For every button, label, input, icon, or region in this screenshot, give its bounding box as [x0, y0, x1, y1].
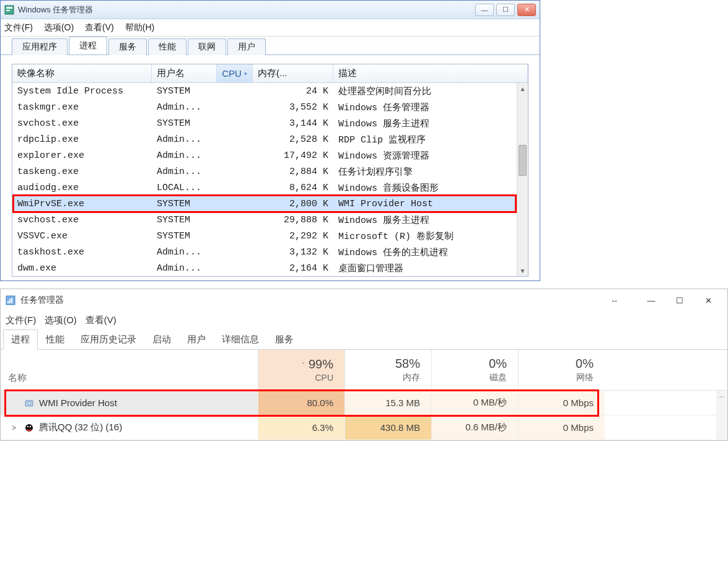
cell-image-name: taskhost.exe — [12, 247, 152, 258]
tab-进程[interactable]: 进程 — [69, 37, 107, 54]
tab-strip: 应用程序进程服务性能联网用户 — [1, 37, 540, 55]
process-row[interactable]: svchost.exeSYSTEM29,888 KWindows 服务主进程 — [12, 212, 528, 228]
listview-rows: System Idle ProcessSYSTEM24 K处理器空闲时间百分比t… — [12, 83, 528, 276]
tab-应用历史记录[interactable]: 应用历史记录 — [72, 329, 144, 350]
process-row[interactable]: svchost.exeSYSTEM3,144 KWindows 服务主进程 — [12, 115, 528, 131]
column-memory[interactable]: 内存(... — [253, 64, 333, 82]
cell-memory: 8,624 K — [253, 183, 333, 193]
resize-icon: ↔ — [610, 296, 618, 305]
titlebar[interactable]: Windows 任务管理器 — ☐ ✕ — [1, 1, 540, 19]
minimize-button[interactable]: — — [475, 4, 494, 16]
close-button[interactable]: ✕ — [694, 291, 722, 310]
cell-description: Windows 资源管理器 — [333, 150, 528, 162]
process-row[interactable]: audiodg.exeLOCAL...8,624 KWindows 音频设备图形 — [12, 180, 528, 196]
tab-用户[interactable]: 用户 — [179, 329, 214, 350]
column-network[interactable]: 0% 网络 — [518, 350, 605, 390]
cell-disk: 0 MB/秒 — [431, 391, 518, 415]
tab-性能[interactable]: 性能 — [148, 38, 186, 55]
titlebar[interactable]: 任务管理器 ↔ — ☐ ✕ — [1, 289, 727, 311]
process-row[interactable]: taskhost.exeAdmin...3,132 KWindows 任务的主机… — [12, 244, 528, 260]
column-user[interactable]: 用户名 — [152, 64, 217, 82]
cell-user: Admin... — [152, 263, 217, 274]
column-cpu[interactable]: ˅99% CPU — [258, 350, 344, 390]
cell-memory: 2,164 K — [253, 263, 333, 274]
cell-image-name: dwm.exe — [12, 263, 152, 274]
svg-rect-1 — [6, 7, 12, 9]
vertical-scrollbar[interactable]: ▲ ▼ — [517, 83, 528, 276]
menu-options[interactable]: 选项(O) — [45, 315, 77, 326]
process-row[interactable]: dwm.exeAdmin...2,164 K桌面窗口管理器 — [12, 260, 528, 276]
column-memory[interactable]: 58% 内存 — [344, 350, 431, 390]
tab-应用程序[interactable]: 应用程序 — [12, 38, 68, 55]
sort-chevron-icon: ˅ — [302, 362, 305, 368]
close-button[interactable]: ✕ — [517, 4, 536, 16]
cell-memory: 29,888 K — [253, 215, 333, 225]
scroll-thumb[interactable] — [519, 145, 527, 176]
svg-rect-5 — [9, 299, 11, 303]
process-row[interactable]: taskmgr.exeAdmin...3,552 KWindows 任务管理器 — [12, 99, 528, 115]
process-name-text: WMI Provider Host — [39, 397, 117, 408]
process-row[interactable]: WmiPrvSE.exeSYSTEM2,800 KWMI Provider Ho… — [12, 196, 528, 212]
cell-image-name: rdpclip.exe — [12, 134, 152, 145]
cell-user: SYSTEM — [152, 215, 217, 225]
menu-options[interactable]: 选项(O) — [44, 22, 74, 33]
maximize-button[interactable]: ☐ — [665, 291, 694, 310]
process-rows: WMI Provider Host80.0%15.3 MB0 MB/秒0 Mbp… — [1, 391, 727, 440]
app-icon — [4, 5, 14, 15]
tab-性能[interactable]: 性能 — [38, 329, 72, 350]
menu-view[interactable]: 查看(V) — [86, 315, 116, 326]
tab-详细信息[interactable]: 详细信息 — [214, 329, 267, 350]
expander-icon[interactable]: > — [12, 423, 19, 432]
process-row[interactable]: VSSVC.exeSYSTEM2,292 KMicrosoft (R) 卷影复制 — [12, 228, 528, 244]
menu-view[interactable]: 查看(V) — [85, 22, 114, 33]
process-row[interactable]: rdpclip.exeAdmin...2,528 KRDP Clip 监视程序 — [12, 131, 528, 147]
process-row[interactable]: WMI Provider Host80.0%15.3 MB0 MB/秒0 Mbp… — [1, 391, 727, 415]
cell-description: Microsoft (R) 卷影复制 — [333, 230, 528, 242]
service-icon — [24, 398, 34, 408]
process-row[interactable]: System Idle ProcessSYSTEM24 K处理器空闲时间百分比 — [12, 83, 528, 99]
scroll-up-icon[interactable]: ▲ — [517, 83, 528, 94]
scroll-up-icon[interactable]: ︿ — [716, 391, 727, 402]
minimize-button[interactable]: — — [637, 291, 665, 310]
tab-联网[interactable]: 联网 — [188, 38, 226, 55]
process-row[interactable]: taskeng.exeAdmin...2,884 K任务计划程序引擎 — [12, 163, 528, 180]
cell-image-name: audiodg.exe — [12, 183, 152, 193]
tab-strip: 进程性能应用历史记录启动用户详细信息服务 — [1, 329, 727, 350]
cell-memory: 430.8 MB — [344, 415, 431, 440]
cell-description: WMI Provider Host — [333, 199, 528, 209]
window-title: Windows 任务管理器 — [18, 4, 475, 15]
column-description[interactable]: 描述 — [333, 64, 528, 82]
cell-name: WMI Provider Host — [1, 391, 258, 415]
tab-服务[interactable]: 服务 — [108, 38, 147, 55]
tab-服务[interactable]: 服务 — [267, 329, 302, 350]
cpu-total-pct: 99% — [309, 357, 333, 371]
column-name[interactable]: 名称 — [1, 350, 258, 390]
maximize-button[interactable]: ☐ — [496, 4, 515, 16]
disk-total-pct: 0% — [489, 357, 507, 371]
scroll-down-icon[interactable]: ▼ — [517, 265, 528, 276]
cell-memory: 2,884 K — [253, 167, 333, 177]
svg-point-11 — [30, 425, 31, 427]
process-row[interactable]: explorer.exeAdmin...17,492 KWindows 资源管理… — [12, 147, 528, 163]
task-manager-win7-window: Windows 任务管理器 — ☐ ✕ 文件(F) 选项(O) 查看(V) 帮助… — [0, 0, 540, 281]
tab-启动[interactable]: 启动 — [144, 329, 179, 350]
menu-file[interactable]: 文件(F) — [6, 315, 36, 326]
cell-description: Windows 任务管理器 — [333, 102, 528, 113]
column-image-name[interactable]: 映像名称 — [12, 64, 152, 82]
cell-user: Admin... — [152, 134, 217, 145]
process-row[interactable]: >腾讯QQ (32 位) (16)6.3%430.8 MB0.6 MB/秒0 M… — [1, 415, 727, 440]
process-name-text: 腾讯QQ (32 位) (16) — [39, 422, 122, 433]
cell-user: Admin... — [152, 150, 217, 161]
vertical-scrollbar[interactable]: ︿ — [716, 391, 727, 440]
column-disk[interactable]: 0% 磁盘 — [431, 350, 518, 390]
cell-user: Admin... — [152, 247, 217, 258]
menu-file[interactable]: 文件(F) — [4, 22, 33, 33]
cell-user: Admin... — [152, 102, 217, 113]
tab-进程[interactable]: 进程 — [3, 329, 38, 350]
column-cpu[interactable]: CPU ▾ — [217, 64, 253, 82]
menu-help[interactable]: 帮助(H) — [125, 22, 154, 33]
task-manager-win10-window: 任务管理器 ↔ — ☐ ✕ 文件(F) 选项(O) 查看(V) 进程性能应用历史… — [0, 289, 728, 441]
tab-用户[interactable]: 用户 — [227, 38, 266, 55]
network-total-pct: 0% — [576, 357, 594, 371]
cell-memory: 2,528 K — [253, 134, 333, 145]
